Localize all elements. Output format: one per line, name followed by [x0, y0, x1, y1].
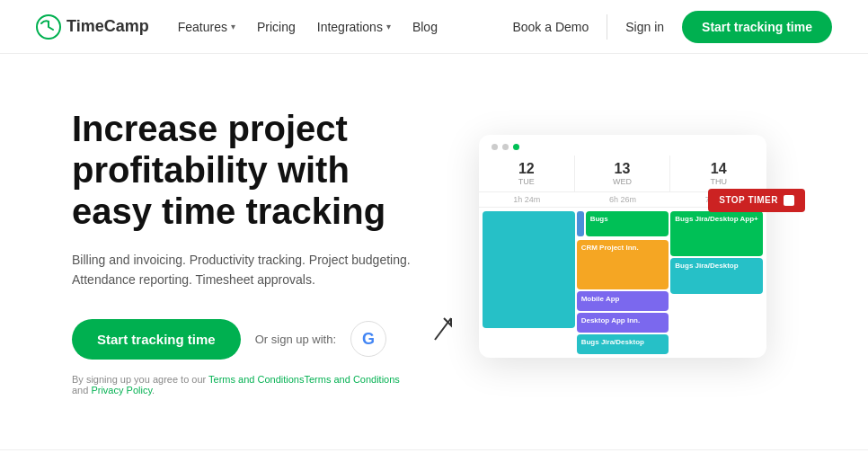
hero-actions: Start tracking time Or sign up with: G	[72, 319, 413, 360]
hero-cta-button[interactable]: Start tracking time	[72, 319, 241, 360]
book-demo-link[interactable]: Book a Demo	[512, 20, 589, 34]
stop-timer-badge[interactable]: STOP TIMER	[708, 189, 805, 212]
hero-left: Increase project profitability with easy…	[72, 108, 413, 395]
block-mobile-app: Mobile App	[577, 291, 669, 311]
arrow-icon	[431, 315, 456, 343]
navbar-cta-button[interactable]: Start tracking time	[682, 11, 832, 43]
dot-2	[502, 144, 509, 150]
navbar: TimeCamp Features ▾ Pricing Integrations…	[0, 0, 868, 54]
or-signup-text: Or sign up with:	[255, 333, 336, 346]
time-col-1: 1h 24m	[479, 192, 575, 207]
hero-illustration: 12 TUE 13 WED 14 THU 1h 24m 6h 26m	[449, 135, 796, 369]
day-col-13: 13 WED	[575, 156, 671, 191]
cal-col-thu: Bugs Jira/Desktop App+ Bugs Jira/Desktop	[670, 211, 763, 354]
block-teal-1	[483, 211, 575, 328]
hero-section: Increase project profitability with easy…	[0, 54, 868, 431]
nav-links: Features ▾ Pricing Integrations ▾ Blog	[178, 20, 438, 34]
block-bugs-thu-2: Bugs Jira/Desktop	[670, 258, 763, 294]
day-col-12: 12 TUE	[479, 156, 575, 191]
logo[interactable]: TimeCamp	[36, 14, 149, 40]
time-col-2: 6h 26m	[575, 192, 671, 207]
block-blue-bar	[577, 211, 584, 236]
logo-text: TimeCamp	[66, 17, 149, 36]
sign-in-link[interactable]: Sign in	[625, 20, 664, 34]
day-name-tue: TUE	[486, 177, 567, 186]
navbar-right: Book a Demo Sign in Start tracking time	[512, 11, 832, 43]
google-signin-button[interactable]: G	[350, 321, 386, 357]
nav-pricing[interactable]: Pricing	[257, 20, 296, 34]
day-num-14: 14	[678, 161, 759, 177]
arrow-decoration	[431, 315, 456, 349]
nav-features[interactable]: Features ▾	[178, 20, 235, 34]
nav-blog[interactable]: Blog	[412, 20, 438, 34]
block-desktop-app: Desktop App Inn.	[577, 313, 669, 333]
hero-subtitle: Billing and invoicing. Productivity trac…	[72, 250, 413, 290]
timecamp-logo-icon	[36, 14, 61, 40]
block-bugs-jira-wed: Bugs Jira/Desktop	[577, 334, 669, 354]
day-num-13: 13	[582, 161, 663, 177]
calendar-dots	[479, 135, 766, 156]
dot-1	[492, 144, 498, 150]
hero-title: Increase project profitability with easy…	[72, 108, 413, 232]
nav-integrations[interactable]: Integrations ▾	[317, 20, 391, 34]
privacy-link[interactable]: Privacy Policy	[91, 385, 152, 395]
block-bugs-wed: Bugs	[586, 211, 669, 236]
calendar-header: 12 TUE 13 WED 14 THU	[479, 156, 766, 192]
hero-legal: By signing up you agree to our Terms and…	[72, 374, 413, 395]
day-name-thu: THU	[678, 177, 759, 186]
calendar-widget: 12 TUE 13 WED 14 THU 1h 24m 6h 26m	[479, 135, 766, 358]
terms-link[interactable]: Terms and Conditions	[208, 374, 304, 385]
nav-divider	[607, 14, 607, 40]
features-bar: ✓ Unlimited users ✓ Unlimited projects ✓…	[0, 449, 868, 471]
day-col-14: 14 THU	[670, 156, 766, 191]
features-chevron-icon: ▾	[231, 22, 235, 31]
day-name-wed: WED	[582, 177, 663, 186]
day-num-12: 12	[486, 161, 567, 177]
cal-col-tue	[483, 211, 575, 354]
calendar-body: Bugs CRM Project Inn. Mobile App Desktop…	[479, 208, 766, 358]
block-crm: CRM Project Inn.	[577, 240, 669, 289]
integrations-chevron-icon: ▾	[386, 22, 391, 31]
dot-3	[513, 144, 519, 150]
svg-line-1	[435, 318, 451, 340]
cal-col-wed: Bugs CRM Project Inn. Mobile App Desktop…	[577, 211, 669, 354]
block-bugs-thu-1: Bugs Jira/Desktop App+	[670, 211, 763, 256]
stop-timer-label: STOP TIMER	[719, 195, 778, 205]
navbar-left: TimeCamp Features ▾ Pricing Integrations…	[36, 14, 438, 40]
stop-timer-icon	[784, 195, 794, 206]
